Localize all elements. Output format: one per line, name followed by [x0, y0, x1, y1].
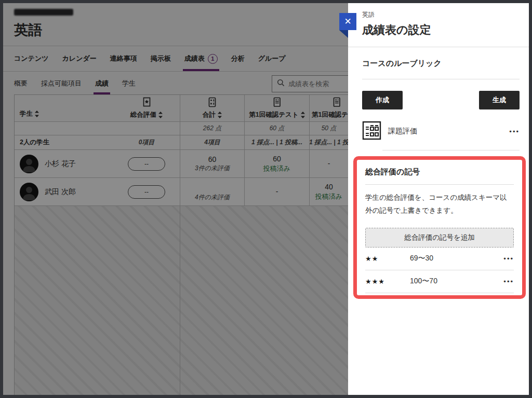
column-header-overall-grade[interactable]: 総合評価 [113, 95, 180, 121]
tab-analytics[interactable]: 分析 [231, 46, 245, 71]
test2-points: 50 点 [310, 122, 348, 135]
student-name: 武田 次郎 [45, 187, 76, 197]
tab-discussions[interactable]: 掲示板 [151, 46, 171, 71]
score-range: 69〜30 [410, 254, 433, 263]
test1-points: 60 点 [245, 122, 310, 135]
student-cell[interactable]: 武田 次郎 [15, 178, 113, 205]
generate-rubric-button[interactable]: 生成 [479, 91, 520, 109]
table-row[interactable]: 武田 次郎 -- 4件の未評価 - 40 投稿済み [15, 178, 348, 206]
table-header-row: 学生 総合評価 合計 [15, 95, 348, 122]
overall-grade-cell: -- [113, 150, 180, 177]
student-cell[interactable]: 小杉 花子 [15, 150, 113, 177]
close-icon[interactable]: ✕ [339, 13, 356, 30]
more-options-icon[interactable]: ••• [503, 255, 514, 263]
gradebook-count-badge: 1 [208, 54, 218, 64]
divider [362, 79, 520, 79]
sort-icon [218, 112, 222, 118]
divider [365, 293, 514, 293]
sort-icon [158, 112, 163, 118]
create-rubric-button[interactable]: 作成 [362, 91, 403, 109]
overall-grade-pill[interactable]: -- [128, 185, 165, 199]
points-possible-row: 262 点 60 点 50 点 [15, 122, 348, 135]
overall-grade-cell: -- [113, 178, 180, 205]
gradebook-search[interactable] [272, 75, 348, 92]
notation-item[interactable]: ★★ 69〜30 ••• [365, 248, 514, 270]
column-header-student[interactable]: 学生 [15, 95, 113, 121]
subtab-gradable-items[interactable]: 採点可能項目 [41, 72, 82, 94]
notation-section-heading: 総合評価の記号 [365, 167, 514, 177]
column-header-total[interactable]: 合計 [180, 95, 245, 121]
gradebook-settings-panel: ✕ 英語 成績表の設定 コースのルーブリック 作成 生成 課題評価 ••• 総合… [348, 3, 529, 395]
panel-course-label: 英語 [362, 10, 520, 19]
divider [365, 184, 514, 185]
star-rating: ★★ [365, 255, 410, 263]
student-count: 2人の学生 [15, 135, 113, 149]
test2-grade-cell[interactable]: - [310, 150, 348, 177]
tab-groups[interactable]: グループ [258, 46, 286, 71]
more-options-icon[interactable]: ••• [509, 128, 520, 135]
course-title: 英語 [14, 21, 42, 39]
divider [382, 150, 520, 150]
test1-grade-cell[interactable]: - [245, 178, 310, 205]
rubric-buttons-row: 作成 生成 [362, 91, 520, 109]
sort-icon [35, 111, 39, 117]
panel-title: 成績表の設定 [362, 22, 520, 38]
grade-table: 学生 総合評価 合計 [14, 94, 348, 395]
test1-summary: 1 採点... | 1 投稿... [245, 135, 310, 149]
star-rating: ★★★ [365, 278, 410, 285]
divider [348, 47, 529, 47]
subtab-students[interactable]: 学生 [122, 72, 136, 94]
test1-grade-cell[interactable]: 60 投稿済み [245, 150, 310, 177]
document-icon [272, 97, 282, 109]
total-item-count: 4項目 [180, 135, 245, 149]
course-nav-tabs: コンテンツ カレンダー 連絡事項 掲示板 成績表 1 分析 グループ [3, 46, 348, 72]
table-row[interactable]: 小杉 花子 -- 60 3件の未評価 60 投稿済み - [15, 150, 348, 178]
test2-summary: 1 採点... | 1 投 [310, 135, 348, 149]
sort-icon [301, 112, 305, 118]
search-input[interactable] [288, 80, 348, 88]
subtab-overview[interactable]: 概要 [14, 72, 28, 94]
tab-content[interactable]: コンテンツ [14, 46, 49, 71]
rubric-section-heading: コースのルーブリック [362, 59, 520, 68]
score-range: 100〜70 [410, 277, 437, 286]
rubric-grid-icon [362, 121, 381, 142]
calculator-icon [207, 97, 217, 109]
avatar [20, 183, 38, 201]
summary-row: 2人の学生 0項目 4項目 1 採点... | 1 投稿... 1 採点... … [15, 135, 348, 150]
more-options-icon[interactable]: ••• [503, 278, 514, 285]
rubric-list-item[interactable]: 課題評価 ••• [362, 121, 520, 142]
overall-grade-pill[interactable]: -- [128, 157, 165, 171]
student-name: 小杉 花子 [45, 159, 76, 169]
notation-description: 学生の総合評価を、コースの成績スキーマ以外の記号で上書きできます。 [365, 191, 514, 217]
add-notation-button[interactable]: 総合評価の記号を追加 [365, 228, 514, 248]
tab-gradebook[interactable]: 成績表 1 [184, 46, 218, 71]
search-icon [277, 79, 285, 89]
notation-item[interactable]: ★★★ 100〜70 ••• [365, 270, 514, 293]
test2-grade-cell[interactable]: 40 投稿済み [310, 178, 348, 205]
rubric-item-label: 課題評価 [388, 127, 417, 136]
avatar [20, 155, 38, 173]
tab-messages[interactable]: 連絡事項 [110, 46, 137, 71]
notation-section-highlight: 総合評価の記号 学生の総合評価を、コースの成績スキーマ以外の記号で上書きできます… [353, 156, 526, 299]
column-header-test1[interactable]: 第1回確認テスト [245, 95, 310, 121]
overall-grade-icon [142, 97, 152, 109]
tab-calendar[interactable]: カレンダー [62, 46, 97, 71]
redacted-course-code [14, 9, 73, 16]
gradebook-page: 英語 コンテンツ カレンダー 連絡事項 掲示板 成績表 1 分析 グループ 概要… [3, 3, 348, 395]
overall-item-count: 0項目 [113, 135, 180, 149]
status-badge: 投稿済み [263, 164, 290, 173]
empty-table-area [15, 206, 348, 395]
total-grade-cell[interactable]: 60 3件の未評価 [180, 150, 245, 177]
total-grade-cell[interactable]: 4件の未評価 [180, 178, 245, 205]
status-badge: 投稿済み [315, 192, 342, 201]
subtab-grades[interactable]: 成績 [95, 72, 109, 94]
total-points: 262 点 [180, 122, 245, 135]
document-icon [332, 97, 341, 109]
app-window: 英語 コンテンツ カレンダー 連絡事項 掲示板 成績表 1 分析 グループ 概要… [0, 0, 532, 398]
column-header-test2[interactable]: 第1回確認テスト [310, 95, 348, 121]
